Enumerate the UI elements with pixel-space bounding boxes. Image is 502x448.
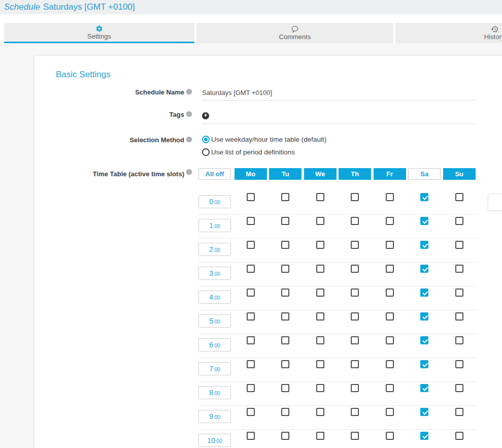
- timeslot-checkbox-sa-10:00[interactable]: [420, 432, 428, 440]
- timeslot-checkbox-we-4:00[interactable]: [316, 289, 324, 297]
- timeslot-checkbox-mo-4:00[interactable]: [247, 289, 255, 297]
- timeslot-checkbox-sa-5:00[interactable]: [420, 312, 428, 321]
- timeslot-checkbox-fr-2:00[interactable]: [386, 241, 394, 249]
- radio-option-periods[interactable]: Use list of period definitions: [202, 148, 326, 156]
- day-button-tu[interactable]: Tu: [269, 168, 302, 180]
- tab-history[interactable]: History: [395, 23, 502, 43]
- info-icon[interactable]: [186, 111, 192, 117]
- timeslot-checkbox-tu-0:00[interactable]: [281, 193, 289, 201]
- day-button-sa[interactable]: Sa: [408, 168, 441, 180]
- day-button-th[interactable]: Th: [339, 168, 371, 180]
- timeslot-checkbox-tu-2:00[interactable]: [281, 241, 289, 249]
- timeslot-checkbox-su-6:00[interactable]: [455, 336, 463, 344]
- timeslot-checkbox-th-6:00[interactable]: [351, 336, 359, 344]
- tags-input-area[interactable]: [202, 110, 475, 124]
- hour-button-7:00[interactable]: 7:00: [198, 362, 231, 375]
- timeslot-checkbox-th-3:00[interactable]: [351, 265, 359, 273]
- hour-button-4:00[interactable]: 4:00: [198, 291, 231, 304]
- tab-comments[interactable]: Comments: [196, 23, 393, 43]
- timeslot-checkbox-mo-8:00[interactable]: [247, 384, 255, 392]
- timeslot-checkbox-sa-1:00[interactable]: [420, 217, 428, 225]
- timeslot-checkbox-tu-7:00[interactable]: [281, 360, 289, 368]
- timeslot-checkbox-su-10:00[interactable]: [455, 432, 463, 440]
- timeslot-checkbox-mo-6:00[interactable]: [247, 336, 255, 344]
- timeslot-checkbox-th-0:00[interactable]: [351, 193, 359, 201]
- timeslot-checkbox-tu-6:00[interactable]: [281, 336, 289, 344]
- hour-button-10:00[interactable]: 10:00: [198, 434, 231, 447]
- timeslot-checkbox-th-10:00[interactable]: [351, 432, 359, 440]
- timeslot-checkbox-th-5:00[interactable]: [351, 312, 359, 321]
- timeslot-checkbox-mo-5:00[interactable]: [247, 312, 255, 321]
- timeslot-checkbox-th-4:00[interactable]: [351, 289, 359, 297]
- timeslot-checkbox-mo-9:00[interactable]: [247, 408, 255, 416]
- timeslot-checkbox-tu-4:00[interactable]: [281, 289, 289, 297]
- timeslot-checkbox-th-7:00[interactable]: [351, 360, 359, 368]
- info-icon[interactable]: [186, 137, 192, 142]
- hour-button-2:00[interactable]: 2:00: [198, 243, 231, 256]
- timeslot-checkbox-sa-6:00[interactable]: [420, 336, 428, 344]
- timeslot-checkbox-tu-10:00[interactable]: [281, 432, 289, 440]
- all-off-button[interactable]: All off: [198, 168, 231, 180]
- timeslot-checkbox-we-5:00[interactable]: [316, 312, 324, 321]
- timeslot-checkbox-fr-1:00[interactable]: [386, 217, 394, 225]
- timeslot-checkbox-su-2:00[interactable]: [455, 241, 463, 249]
- timeslot-checkbox-we-1:00[interactable]: [316, 217, 324, 225]
- timeslot-checkbox-sa-0:00[interactable]: [420, 193, 428, 201]
- timeslot-checkbox-sa-9:00[interactable]: [420, 408, 428, 416]
- timeslot-checkbox-fr-7:00[interactable]: [386, 360, 394, 368]
- day-button-fr[interactable]: Fr: [374, 168, 406, 180]
- day-button-su[interactable]: Su: [443, 168, 476, 180]
- timeslot-checkbox-fr-9:00[interactable]: [386, 408, 394, 416]
- timeslot-checkbox-su-7:00[interactable]: [455, 360, 463, 368]
- timeslot-checkbox-mo-3:00[interactable]: [247, 265, 255, 273]
- timeslot-checkbox-fr-0:00[interactable]: [386, 193, 394, 201]
- timeslot-checkbox-tu-3:00[interactable]: [281, 265, 289, 273]
- info-icon[interactable]: [186, 89, 192, 94]
- timeslot-checkbox-sa-7:00[interactable]: [420, 360, 428, 368]
- timeslot-checkbox-fr-4:00[interactable]: [386, 289, 394, 297]
- timeslot-checkbox-sa-3:00[interactable]: [420, 265, 428, 273]
- hour-button-0:00[interactable]: 0:00: [198, 195, 231, 208]
- hour-button-9:00[interactable]: 9:00: [198, 410, 231, 423]
- info-icon[interactable]: [186, 169, 192, 175]
- add-tag-icon[interactable]: [202, 112, 209, 119]
- radio-option-timetable[interactable]: Use weekday/hour time table (default): [202, 136, 326, 143]
- timeslot-checkbox-fr-6:00[interactable]: [386, 336, 394, 344]
- timeslot-checkbox-sa-4:00[interactable]: [420, 289, 428, 297]
- schedule-name-input[interactable]: [202, 88, 475, 101]
- hour-button-8:00[interactable]: 8:00: [198, 386, 231, 399]
- timeslot-checkbox-we-10:00[interactable]: [316, 432, 324, 440]
- timeslot-checkbox-sa-8:00[interactable]: [420, 384, 428, 392]
- timeslot-checkbox-tu-5:00[interactable]: [281, 312, 289, 321]
- day-button-mo[interactable]: Mo: [235, 168, 267, 180]
- timeslot-checkbox-mo-1:00[interactable]: [247, 217, 255, 225]
- timeslot-checkbox-su-1:00[interactable]: [455, 217, 463, 225]
- hour-button-5:00[interactable]: 5:00: [198, 314, 231, 328]
- timeslot-checkbox-we-3:00[interactable]: [316, 265, 324, 273]
- timeslot-checkbox-tu-8:00[interactable]: [281, 384, 289, 392]
- timeslot-checkbox-we-6:00[interactable]: [316, 336, 324, 344]
- timeslot-checkbox-su-8:00[interactable]: [455, 384, 463, 392]
- timeslot-checkbox-mo-10:00[interactable]: [247, 432, 255, 440]
- timeslot-checkbox-fr-3:00[interactable]: [386, 265, 394, 273]
- radio-unselected-icon[interactable]: [202, 148, 210, 156]
- timeslot-checkbox-tu-1:00[interactable]: [281, 217, 289, 225]
- timeslot-checkbox-we-8:00[interactable]: [316, 384, 324, 392]
- timeslot-checkbox-mo-2:00[interactable]: [247, 241, 255, 249]
- timeslot-checkbox-su-9:00[interactable]: [455, 408, 463, 416]
- timeslot-checkbox-su-4:00[interactable]: [455, 289, 463, 297]
- hour-button-6:00[interactable]: 6:00: [198, 338, 231, 351]
- timeslot-checkbox-fr-10:00[interactable]: [386, 432, 394, 440]
- timeslot-checkbox-fr-8:00[interactable]: [386, 384, 394, 392]
- timeslot-checkbox-th-8:00[interactable]: [351, 384, 359, 392]
- tab-settings[interactable]: Settings: [4, 23, 194, 43]
- timeslot-checkbox-we-7:00[interactable]: [316, 360, 324, 368]
- timeslot-checkbox-we-0:00[interactable]: [316, 193, 324, 201]
- timeslot-checkbox-we-9:00[interactable]: [316, 408, 324, 416]
- timeslot-checkbox-th-2:00[interactable]: [351, 241, 359, 249]
- timeslot-checkbox-th-1:00[interactable]: [351, 217, 359, 225]
- radio-selected-icon[interactable]: [202, 136, 210, 143]
- hour-button-1:00[interactable]: 1:00: [198, 219, 231, 232]
- side-flyout-handle[interactable]: [488, 194, 502, 211]
- timeslot-checkbox-mo-7:00[interactable]: [247, 360, 255, 368]
